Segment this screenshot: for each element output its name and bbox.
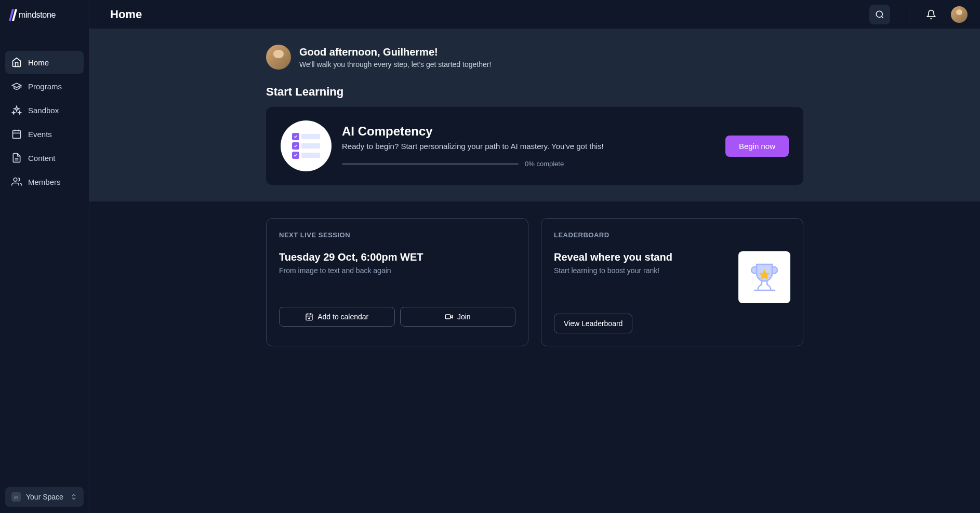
users-icon xyxy=(11,177,22,187)
hero-section: Good afternoon, Guilherme! We'll walk yo… xyxy=(89,29,980,201)
home-icon xyxy=(11,57,22,68)
session-card: NEXT LIVE SESSION Tuesday 29 Oct, 6:00pm… xyxy=(266,218,528,346)
sidebar-item-programs[interactable]: Programs xyxy=(5,75,84,98)
page-title: Home xyxy=(110,8,142,21)
sidebar-item-label: Sandbox xyxy=(28,106,59,115)
add-to-calendar-button[interactable]: Add to calendar xyxy=(279,307,395,327)
space-selector[interactable]: ys Your Space xyxy=(5,487,84,507)
greeting: Good afternoon, Guilherme! We'll walk yo… xyxy=(266,45,803,70)
main-content: Home xyxy=(89,0,980,513)
divider xyxy=(909,4,909,25)
space-label: Your Space xyxy=(26,493,65,501)
main-nav: Home Programs Sandbox Events xyxy=(0,30,89,198)
chevron-sort-icon xyxy=(70,493,77,501)
graduation-icon xyxy=(11,81,22,91)
space-badge: ys xyxy=(11,492,21,502)
sidebar-item-label: Members xyxy=(28,178,61,186)
sparkles-icon xyxy=(11,105,22,115)
session-description: From image to text and back again xyxy=(279,266,515,275)
svg-point-7 xyxy=(876,11,882,17)
user-avatar[interactable] xyxy=(951,6,968,23)
svg-point-6 xyxy=(14,178,17,182)
session-title: Tuesday 29 Oct, 6:00pm WET xyxy=(279,251,515,263)
section-title: Start Learning xyxy=(266,85,803,99)
calendar-plus-icon xyxy=(305,313,313,321)
progress-bar xyxy=(342,163,519,165)
join-button[interactable]: Join xyxy=(400,307,516,327)
trophy-badge xyxy=(738,251,790,303)
competency-description: Ready to begin? Start personalizing your… xyxy=(342,142,715,151)
begin-button[interactable]: Begin now xyxy=(725,136,789,157)
session-label: NEXT LIVE SESSION xyxy=(279,231,515,239)
progress-label: 0% complete xyxy=(525,160,564,168)
sidebar-item-events[interactable]: Events xyxy=(5,123,84,145)
trophy-icon xyxy=(749,262,780,293)
leaderboard-card: LEADERBOARD Reveal where you stand Start… xyxy=(541,218,803,346)
view-leaderboard-button[interactable]: View Leaderboard xyxy=(554,314,632,333)
leaderboard-label: LEADERBOARD xyxy=(554,231,790,239)
cards-section: NEXT LIVE SESSION Tuesday 29 Oct, 6:00pm… xyxy=(89,201,980,363)
sidebar-item-content[interactable]: Content xyxy=(5,146,84,169)
sidebar-item-label: Home xyxy=(28,58,49,67)
document-icon xyxy=(11,153,22,163)
join-label: Join xyxy=(457,313,471,321)
search-icon xyxy=(875,10,884,19)
svg-line-8 xyxy=(881,16,883,18)
sidebar-item-label: Content xyxy=(28,154,56,163)
sidebar-item-label: Programs xyxy=(28,82,62,91)
content-area: Good afternoon, Guilherme! We'll walk yo… xyxy=(89,29,980,513)
bell-icon xyxy=(926,9,936,20)
sidebar-item-home[interactable]: Home xyxy=(5,51,84,74)
competency-card: AI Competency Ready to begin? Start pers… xyxy=(266,107,803,185)
brand-logo[interactable]: mindstone xyxy=(0,0,89,30)
add-calendar-label: Add to calendar xyxy=(317,313,368,321)
svg-rect-15 xyxy=(445,315,450,319)
greeting-avatar xyxy=(266,45,291,70)
sidebar-item-members[interactable]: Members xyxy=(5,170,84,193)
video-icon xyxy=(445,313,453,321)
brand-name: mindstone xyxy=(19,10,56,20)
logo-icon xyxy=(10,9,16,21)
greeting-title: Good afternoon, Guilherme! xyxy=(299,46,491,58)
search-button[interactable] xyxy=(869,5,890,24)
competency-title: AI Competency xyxy=(342,124,715,139)
svg-rect-0 xyxy=(13,130,21,138)
leaderboard-description: Start learning to boost your rank! xyxy=(554,266,672,275)
sidebar-item-label: Events xyxy=(28,130,52,139)
sidebar: mindstone Home Programs Sandbox xyxy=(0,0,89,513)
header: Home xyxy=(89,0,980,29)
calendar-icon xyxy=(11,129,22,139)
header-actions xyxy=(869,4,968,25)
greeting-subtitle: We'll walk you through every step, let's… xyxy=(299,60,491,69)
notifications-button[interactable] xyxy=(923,6,939,23)
competency-icon xyxy=(281,120,332,171)
leaderboard-title: Reveal where you stand xyxy=(554,251,672,263)
sidebar-item-sandbox[interactable]: Sandbox xyxy=(5,99,84,122)
